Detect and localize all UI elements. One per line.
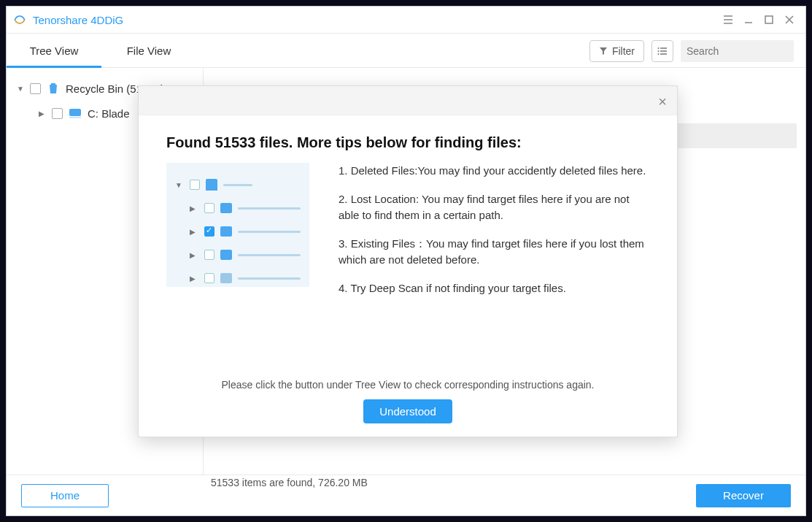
footer: Home Recover	[7, 475, 805, 515]
understood-button[interactable]: Understood	[363, 399, 452, 423]
svg-rect-5	[69, 109, 81, 116]
list-view-button[interactable]	[651, 40, 673, 62]
close-button[interactable]	[779, 9, 800, 30]
modal-header	[139, 86, 677, 115]
caret-down-icon[interactable]: ▼	[17, 85, 24, 93]
filter-button[interactable]: Filter	[589, 40, 644, 62]
modal-body: ▼ ▶ ▶ ▶ ▶ 1. Deleted Files:You may find …	[139, 163, 677, 308]
svg-rect-6	[69, 117, 81, 118]
modal-footer: Please click the button under Tree View …	[139, 379, 677, 423]
tips-list: 1. Deleted Files:You may find your accid…	[339, 163, 649, 308]
view-tabs: Tree View File View	[7, 34, 196, 67]
tip-item: 4. Try Deep Scan if not finding your tar…	[339, 280, 649, 297]
svg-point-3	[658, 53, 660, 55]
svg-rect-0	[765, 16, 773, 23]
caret-right-icon[interactable]: ▶	[39, 110, 46, 118]
modal-hint: Please click the button under Tree View …	[139, 379, 677, 391]
tip-item: 1. Deleted Files:You may find your accid…	[339, 163, 649, 180]
maximize-button[interactable]	[759, 9, 779, 30]
modal-close-button[interactable]: ×	[658, 93, 667, 110]
search-box[interactable]	[681, 40, 794, 62]
app-window: Tenorshare 4DDiG Tree View File View Fil…	[6, 6, 806, 516]
menu-button[interactable]	[718, 9, 738, 30]
recover-button[interactable]: Recover	[696, 484, 791, 507]
tip-item: 3. Existing Files：You may find target fi…	[339, 236, 649, 269]
list-icon	[657, 46, 668, 56]
tips-modal: × Found 51533 files. More tips below for…	[138, 85, 678, 437]
home-button[interactable]: Home	[21, 484, 109, 507]
titlebar: Tenorshare 4DDiG	[7, 7, 805, 33]
tab-label: Tree View	[30, 45, 79, 57]
minimize-button[interactable]	[738, 9, 759, 30]
app-title: Tenorshare 4DDiG	[33, 14, 123, 26]
tree-label: C: Blade	[88, 107, 130, 120]
illustration: ▼ ▶ ▶ ▶ ▶	[166, 163, 309, 287]
app-logo-icon	[12, 12, 27, 27]
tab-label: File View	[127, 45, 171, 57]
tip-item: 2. Lost Location: You may find target fi…	[339, 191, 649, 224]
filter-icon	[599, 47, 608, 55]
search-input[interactable]	[687, 45, 812, 57]
tab-file-view[interactable]: File View	[101, 34, 196, 67]
checkbox[interactable]	[30, 83, 41, 94]
toolbar: Tree View File View Filter	[7, 33, 805, 68]
tab-tree-view[interactable]: Tree View	[7, 34, 101, 67]
checkbox[interactable]	[52, 108, 63, 119]
filter-label: Filter	[612, 45, 635, 57]
recycle-bin-icon	[47, 82, 60, 95]
drive-icon	[69, 107, 82, 120]
svg-point-1	[658, 47, 660, 49]
modal-title: Found 51533 files. More tips below for f…	[139, 115, 677, 163]
svg-point-2	[658, 50, 660, 52]
